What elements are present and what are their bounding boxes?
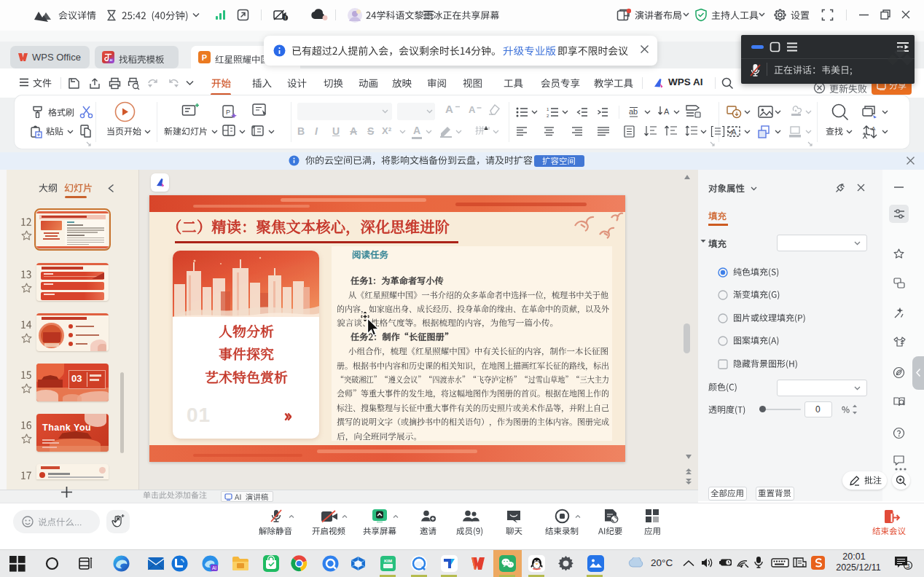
- svg-text:ab: ab: [629, 107, 638, 116]
- svg-text:3: 3: [906, 562, 909, 570]
- svg-text:P: P: [226, 109, 230, 116]
- svg-text:KIM: KIM: [384, 559, 392, 563]
- svg-text:1: 1: [547, 107, 549, 111]
- svg-text:A: A: [731, 127, 737, 136]
- svg-text:A: A: [664, 107, 670, 116]
- svg-text:2: 2: [547, 114, 549, 117]
- svg-text:!: !: [285, 15, 286, 20]
- svg-text:A: A: [872, 125, 876, 132]
- svg-text:AI: AI: [109, 58, 112, 62]
- svg-text:P: P: [202, 53, 207, 62]
- svg-text:AI: AI: [212, 565, 216, 570]
